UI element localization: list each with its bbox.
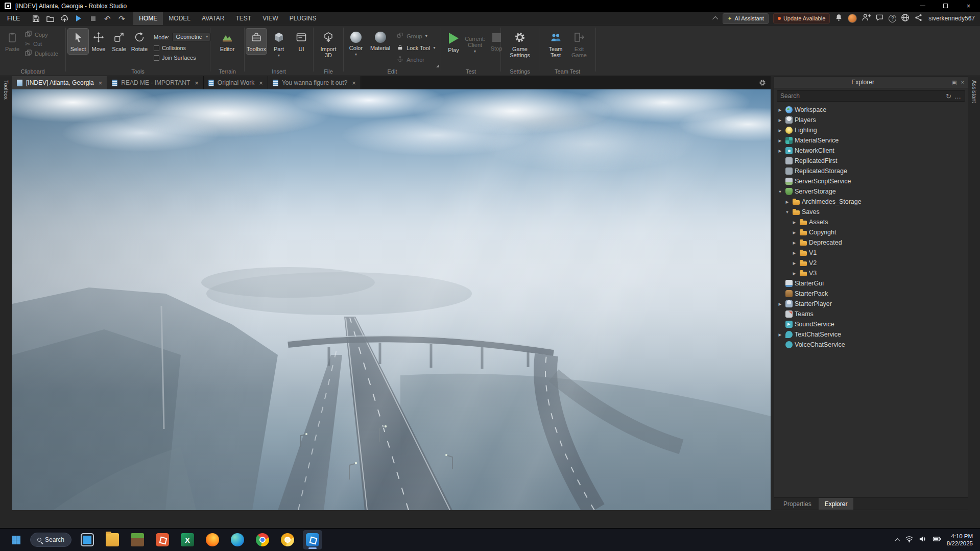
close-tab-icon[interactable]: × [195,79,199,87]
move-tool-button[interactable]: Move [88,29,109,54]
expand-arrow-icon[interactable]: ▶ [791,261,798,266]
join-surfaces-checkbox[interactable] [154,55,159,61]
collisions-checkbox[interactable] [154,45,159,51]
undo-icon[interactable]: ↶ [103,14,112,23]
explorer-header[interactable]: Explorer ▣ × [774,77,968,88]
globe-icon[interactable] [901,13,910,24]
explorer-item-StarterGui[interactable]: StarterGui [774,278,968,289]
paste-button[interactable]: Paste [2,29,22,54]
tab-strip-settings-button[interactable] [759,76,771,89]
menu-tab-view[interactable]: VIEW [257,12,284,25]
explorer-item-Archimedes_Storage[interactable]: ▶Archimedes_Storage [774,197,968,207]
rotate-tool-button[interactable]: Rotate [129,29,150,54]
save-icon[interactable] [31,14,40,23]
explorer-item-SoundService[interactable]: SoundService [774,319,968,329]
taskbar-app-firefox[interactable] [203,530,222,549]
expand-arrow-icon[interactable]: ▶ [777,149,783,153]
taskbar-app-roblox[interactable] [153,530,172,549]
play-icon[interactable] [74,14,83,23]
taskbar-app-file-explorer[interactable] [103,530,122,549]
assistant-side-tab[interactable]: Assistant [968,76,980,528]
explorer-item-NetworkClient[interactable]: ▶NetworkClient [774,146,968,156]
tab-properties[interactable]: Properties [777,498,818,510]
menu-tab-avatar[interactable]: AVATAR [196,12,230,25]
chat-icon[interactable] [875,13,884,24]
explorer-item-StarterPlayer[interactable]: ▶StarterPlayer [774,299,968,309]
add-collaborator-icon[interactable] [862,13,871,24]
menu-tab-test[interactable]: TEST [230,12,257,25]
wifi-icon[interactable] [905,535,914,545]
explorer-item-VoiceChatService[interactable]: VoiceChatService [774,340,968,350]
document-tab[interactable]: Original Work× [204,76,268,89]
update-available-button[interactable]: Update Available [773,13,830,23]
file-menu[interactable]: FILE [0,12,26,25]
expand-arrow-icon[interactable]: ▶ [791,220,798,225]
explorer-search-input[interactable] [780,92,943,100]
dock-panel-icon[interactable]: ▣ [951,79,957,86]
taskbar-search[interactable]: Search [30,533,71,547]
cut-button[interactable]: ✂ Cut [22,40,61,48]
explorer-item-Deprecated[interactable]: ▶Deprecated [774,237,968,248]
close-button[interactable]: × [957,0,980,12]
part-button[interactable]: Part ▾ [269,29,289,59]
redo-icon[interactable]: ↷ [117,14,126,23]
explorer-item-ServerStorage[interactable]: ▼ServerStorage [774,186,968,197]
explorer-item-Players[interactable]: ▶Players [774,115,968,125]
taskbar-app-minecraft[interactable] [128,530,147,549]
color-dropdown-icon[interactable]: ▾ [355,53,357,56]
help-icon[interactable]: ? [889,15,896,22]
close-tab-icon[interactable]: × [352,79,356,87]
import-3d-button[interactable]: Import 3D [318,29,339,60]
select-tool-button[interactable]: Select [68,29,88,54]
tray-expand-icon[interactable] [895,538,900,543]
color-button[interactable]: Color ▾ [346,29,366,58]
collapse-ribbon-icon[interactable] [712,16,718,22]
share-icon[interactable] [914,13,923,24]
menu-tab-model[interactable]: MODEL [163,12,196,25]
close-tab-icon[interactable]: × [259,79,263,87]
taskbar-app-chrome[interactable] [253,530,272,549]
explorer-item-Teams[interactable]: Teams [774,309,968,319]
taskbar-app-this-pc[interactable] [78,530,97,549]
explorer-item-ServerScriptService[interactable]: ServerScriptService [774,176,968,186]
expand-arrow-icon[interactable]: ▶ [777,118,783,123]
document-tab[interactable]: You wanna figure it out?× [268,76,361,89]
explorer-item-Saves[interactable]: ▼Saves [774,207,968,217]
team-test-button[interactable]: Team Test [545,29,566,60]
expand-arrow-icon[interactable]: ▶ [777,108,783,112]
explorer-item-V1[interactable]: ▶V1 [774,248,968,258]
ai-assistant-button[interactable]: ✦ AI Assistant [723,13,769,24]
tab-explorer[interactable]: Explorer [819,498,854,510]
taskbar-clock[interactable]: 4:10 PM 8/22/2025 [947,533,973,547]
search-history-icon[interactable]: ↻ [946,93,951,100]
battery-icon[interactable] [933,535,942,545]
open-icon[interactable] [45,14,55,23]
current-client-dropdown[interactable]: Current: Client ▾ [465,29,485,55]
toolbox-side-tab[interactable]: Toolbox [0,76,12,528]
3d-viewport[interactable] [12,89,771,510]
part-dropdown-icon[interactable]: ▾ [278,54,280,57]
toolbox-button[interactable]: Toolbox [246,29,267,54]
edit-group-launcher-icon[interactable] [436,64,439,67]
stop-icon[interactable] [88,14,98,23]
close-panel-icon[interactable]: × [961,79,964,86]
menu-tab-plugins[interactable]: PLUGINS [284,12,322,25]
explorer-item-MaterialService[interactable]: ▶MaterialService [774,135,968,146]
mode-dropdown[interactable]: Geometric [172,33,211,41]
search-options-icon[interactable]: … [954,93,962,100]
expand-arrow-icon[interactable]: ▶ [777,302,783,306]
exit-game-button[interactable]: Exit Game [569,29,589,60]
document-tab[interactable]: READ ME - IMPORTANT× [107,76,204,89]
expand-arrow-icon[interactable]: ▶ [791,230,798,235]
ui-button[interactable]: UI [291,29,312,54]
notifications-bell-icon[interactable] [834,13,843,24]
expand-arrow-icon[interactable]: ▶ [791,241,798,245]
lock-tool-button[interactable]: Lock Tool ▾ [394,43,438,52]
explorer-item-Copyright[interactable]: ▶Copyright [774,227,968,237]
expand-arrow-icon[interactable]: ▶ [791,271,798,276]
user-avatar[interactable] [848,14,857,23]
volume-icon[interactable] [919,535,927,545]
explorer-item-TextChatService[interactable]: ▶TextChatService [774,329,968,340]
publish-icon[interactable] [60,14,69,23]
copy-button[interactable]: Copy [22,30,61,39]
